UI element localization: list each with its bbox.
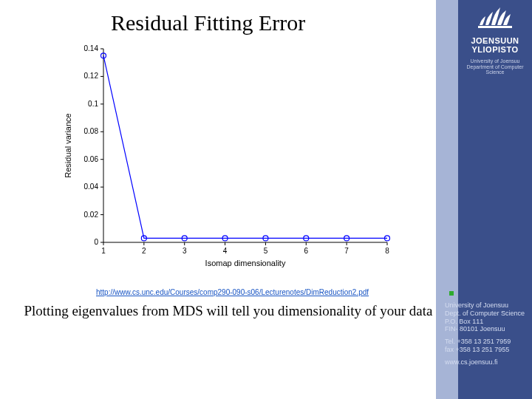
source-link[interactable]: http://www.cs.unc.edu/Courses/comp290-09… — [96, 288, 369, 296]
svg-text:4: 4 — [223, 247, 228, 255]
svg-text:1: 1 — [101, 247, 106, 255]
slide-title: Residual Fitting Error — [111, 10, 305, 35]
flame-logo-icon — [475, 3, 515, 33]
svg-text:7: 7 — [344, 247, 349, 255]
svg-text:Isomap dimensionality: Isomap dimensionality — [205, 259, 286, 267]
svg-text:0.14: 0.14 — [84, 44, 99, 52]
contact-box: P.O. Box 111 — [445, 318, 532, 326]
svg-rect-0 — [478, 26, 512, 28]
svg-text:0.08: 0.08 — [84, 127, 99, 135]
svg-text:0.02: 0.02 — [84, 211, 99, 219]
svg-text:5: 5 — [264, 247, 268, 255]
contact-dept: Dept. of Computer Science — [445, 310, 532, 318]
svg-text:0.06: 0.06 — [84, 155, 99, 163]
contact-city: FIN- 80101 Joensuu — [445, 325, 532, 333]
contact-name: University of Joensuu — [445, 301, 532, 310]
accent-square — [449, 291, 454, 296]
logo-text-line2: YLIOPISTO — [461, 46, 529, 55]
logo-subtext: University of Joensuu Department of Comp… — [461, 58, 529, 75]
svg-text:3: 3 — [183, 247, 187, 255]
svg-text:Residual variance: Residual variance — [64, 113, 72, 177]
contact-tel: Tel. +358 13 251 7959 — [445, 338, 532, 346]
svg-text:0.04: 0.04 — [84, 183, 99, 191]
contact-block: University of Joensuu Dept. of Computer … — [442, 301, 532, 366]
logo-text-line1: JOENSUUN — [461, 37, 529, 46]
svg-text:0: 0 — [94, 238, 98, 246]
sidebar-band: JOENSUUN YLIOPISTO University of Joensuu… — [436, 0, 532, 399]
residual-variance-chart: 00.020.040.060.080.10.120.1412345678Isom… — [61, 41, 395, 270]
svg-text:0.1: 0.1 — [88, 100, 98, 108]
svg-text:0.12: 0.12 — [84, 72, 99, 80]
svg-text:6: 6 — [304, 247, 309, 255]
university-logo: JOENSUUN YLIOPISTO University of Joensuu… — [461, 3, 529, 75]
contact-fax: fax +358 13 251 7955 — [445, 346, 532, 354]
caption-text: Plotting eigenvalues from MDS will tell … — [22, 301, 434, 321]
chart-svg: 00.020.040.060.080.10.120.1412345678Isom… — [61, 41, 395, 270]
contact-web: www.cs.joensuu.fi — [445, 358, 532, 366]
svg-text:8: 8 — [385, 247, 389, 255]
svg-text:2: 2 — [142, 247, 146, 255]
